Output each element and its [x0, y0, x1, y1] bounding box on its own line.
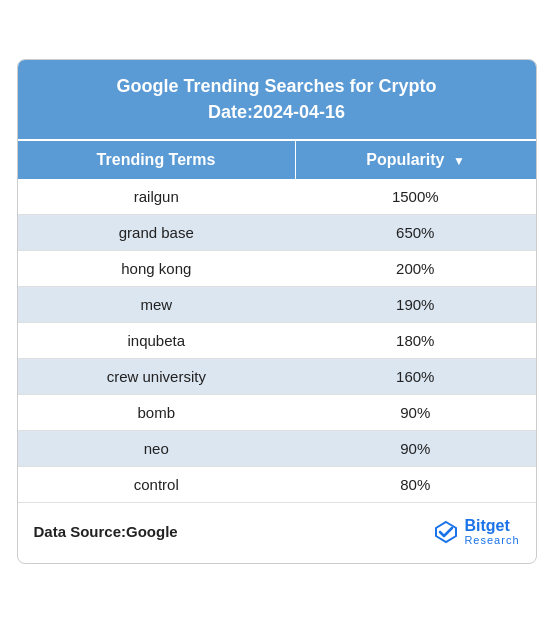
- table-row: control80%: [18, 466, 536, 502]
- trending-table: Trending Terms Popularity ▼ railgun1500%…: [18, 139, 536, 503]
- table-row: grand base650%: [18, 214, 536, 250]
- table-row: mew190%: [18, 286, 536, 322]
- cell-popularity: 1500%: [295, 179, 535, 215]
- cell-term: bomb: [18, 394, 296, 430]
- cell-term: crew university: [18, 358, 296, 394]
- cell-popularity: 160%: [295, 358, 535, 394]
- cell-popularity: 90%: [295, 430, 535, 466]
- cell-term: railgun: [18, 179, 296, 215]
- cell-popularity: 200%: [295, 250, 535, 286]
- cell-term: hong kong: [18, 250, 296, 286]
- card: Google Trending Searches for Crypto Date…: [17, 59, 537, 563]
- cell-popularity: 80%: [295, 466, 535, 502]
- bitget-icon: [432, 518, 460, 546]
- col-header-term: Trending Terms: [18, 140, 296, 179]
- title-line1: Google Trending Searches for Crypto: [116, 76, 436, 96]
- cell-term: mew: [18, 286, 296, 322]
- card-title: Google Trending Searches for Crypto Date…: [18, 60, 536, 138]
- cell-term: control: [18, 466, 296, 502]
- bitget-logo: Bitget Research: [432, 517, 519, 547]
- table-row: railgun1500%: [18, 179, 536, 215]
- table-row: neo90%: [18, 430, 536, 466]
- table-row: bomb90%: [18, 394, 536, 430]
- cell-popularity: 90%: [295, 394, 535, 430]
- cell-term: inqubeta: [18, 322, 296, 358]
- table-row: hong kong200%: [18, 250, 536, 286]
- cell-popularity: 180%: [295, 322, 535, 358]
- cell-popularity: 650%: [295, 214, 535, 250]
- footer: Data Source:Google Bitget Research: [18, 503, 536, 547]
- cell-term: neo: [18, 430, 296, 466]
- bitget-text: Bitget Research: [464, 517, 519, 547]
- data-source-label: Data Source:Google: [34, 523, 178, 540]
- col-header-popularity: Popularity ▼: [295, 140, 535, 179]
- table-row: inqubeta180%: [18, 322, 536, 358]
- sort-icon: ▼: [453, 154, 465, 168]
- title-line2: Date:2024-04-16: [208, 102, 345, 122]
- table-row: crew university160%: [18, 358, 536, 394]
- cell-popularity: 190%: [295, 286, 535, 322]
- cell-term: grand base: [18, 214, 296, 250]
- bitget-brand-name: Bitget: [464, 517, 519, 535]
- bitget-brand-sub: Research: [464, 534, 519, 546]
